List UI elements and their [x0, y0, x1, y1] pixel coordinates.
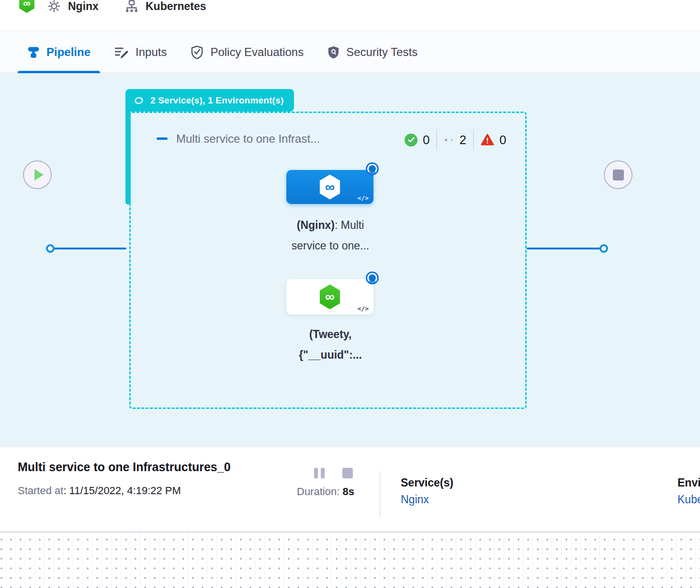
- tab-pipeline-label: Pipeline: [46, 45, 90, 59]
- service-name-bold: (Nginx): [297, 219, 335, 231]
- stop-icon: [613, 170, 624, 181]
- service-name-bold: (Tweety,: [309, 328, 352, 340]
- pipeline-icon: [27, 45, 40, 59]
- inputs-icon: [114, 45, 129, 59]
- stage-group-spine: [125, 102, 131, 204]
- service-node-tweety[interactable]: ∞ </>: [286, 279, 373, 315]
- connector-port-right: [599, 244, 608, 253]
- environments-value-link[interactable]: Kubernetes: [677, 491, 700, 508]
- service-name-line2: service to one...: [292, 239, 369, 252]
- gear-icon: [47, 0, 61, 13]
- started-at-label: Started at: [18, 485, 63, 497]
- tab-inputs-label: Inputs: [135, 45, 167, 59]
- success-check-icon: [405, 134, 418, 147]
- service-node-nginx[interactable]: ∞ </>: [286, 170, 373, 204]
- tab-policy-evaluations[interactable]: Policy Evaluations: [191, 32, 304, 73]
- service-node-nginx-label: (Nginx): Multi service to one...: [259, 215, 402, 256]
- stage-group-badge[interactable]: 2 Service(s), 1 Environment(s): [125, 89, 294, 112]
- header-environment-name: Kubernetes: [146, 0, 206, 13]
- running-dots-icon: [444, 139, 454, 141]
- code-icon: </>: [358, 194, 369, 202]
- code-icon: </>: [358, 305, 369, 312]
- footer-divider: [380, 471, 381, 517]
- security-shield-icon: [327, 45, 339, 59]
- service-name-rest: : Multi: [335, 219, 364, 231]
- stage-group-badge-label: 2 Service(s), 1 Environment(s): [150, 95, 283, 106]
- infinity-glyph: ∞: [325, 180, 335, 195]
- console-grid-area: [0, 531, 700, 588]
- connector-right: [527, 248, 601, 249]
- infinity-glyph: ∞: [325, 289, 335, 305]
- services-value-link[interactable]: Nginx: [401, 491, 453, 508]
- infrastructure-icon: [124, 0, 139, 13]
- execution-tab-bar: Pipeline Inputs Policy Evaluations: [0, 32, 700, 73]
- connector-left: [51, 248, 126, 249]
- execution-summary-bar: Multi service to one Infrastructures_0 S…: [0, 447, 700, 531]
- execution-title: Multi service to one Infrastructures_0: [18, 460, 231, 474]
- duration-value: 8s: [342, 486, 354, 498]
- header-service-name: Nginx: [68, 0, 99, 13]
- stats-divider: [473, 129, 474, 150]
- harness-hexagon-icon: ∞: [318, 284, 341, 309]
- harness-hexagon-icon: ∞: [318, 175, 341, 200]
- running-count: 2: [459, 133, 466, 147]
- stage-status-counts: 0 2 0: [405, 129, 506, 151]
- pipeline-start-node: [23, 160, 52, 189]
- failed-count: 0: [499, 133, 506, 147]
- abort-button[interactable]: [342, 468, 353, 478]
- pipeline-execution-page: ∞ Nginx Kubernetes: [0, 0, 700, 588]
- tab-policy-evaluations-label: Policy Evaluations: [210, 45, 304, 59]
- started-at-row: Started at: 11/15/2022, 4:19:22 PM: [18, 485, 181, 497]
- stage-title[interactable]: Multi service to one Infrast...: [176, 132, 320, 146]
- tab-security-tests[interactable]: Security Tests: [327, 32, 418, 73]
- play-icon: [34, 169, 44, 181]
- connector-port-left: [46, 244, 55, 253]
- header-service-item: Nginx: [47, 0, 99, 17]
- service-name-line2: {"__uuid":...: [299, 349, 362, 361]
- duration-label: Duration:: [297, 486, 342, 498]
- running-spinner-badge: [366, 271, 379, 284]
- services-meta-block: Service(s) Nginx: [401, 475, 453, 508]
- environments-meta-block: Environment(s) Kubernetes: [677, 475, 700, 508]
- failed-warning-icon: [481, 134, 494, 146]
- service-node-tweety-label: (Tweety, {"__uuid":...: [259, 324, 402, 365]
- execution-header-bar: ∞ Nginx Kubernetes: [0, 0, 700, 31]
- environments-label: Environment(s): [677, 475, 700, 491]
- stats-divider: [436, 129, 437, 150]
- services-label: Service(s): [401, 475, 453, 491]
- infinity-glyph: ∞: [23, 0, 31, 9]
- harness-service-logo-icon: ∞: [18, 0, 35, 13]
- tab-security-tests-label: Security Tests: [346, 45, 418, 59]
- pipeline-end-node: [604, 160, 632, 189]
- header-environment-item: Kubernetes: [124, 0, 206, 17]
- pause-button[interactable]: [314, 468, 325, 478]
- stage-collapse-button[interactable]: [157, 137, 168, 140]
- running-spinner-badge: [366, 162, 379, 175]
- loop-icon: [133, 95, 145, 106]
- success-count: 0: [423, 133, 429, 147]
- pipeline-canvas: 2 Service(s), 1 Environment(s) Multi ser…: [0, 74, 700, 447]
- tab-pipeline[interactable]: Pipeline: [27, 32, 90, 73]
- started-at-value: : 11/15/2022, 4:19:22 PM: [63, 485, 181, 497]
- policy-shield-icon: [191, 45, 203, 59]
- duration-row: Duration: 8s: [297, 486, 354, 498]
- tab-inputs[interactable]: Inputs: [114, 32, 167, 73]
